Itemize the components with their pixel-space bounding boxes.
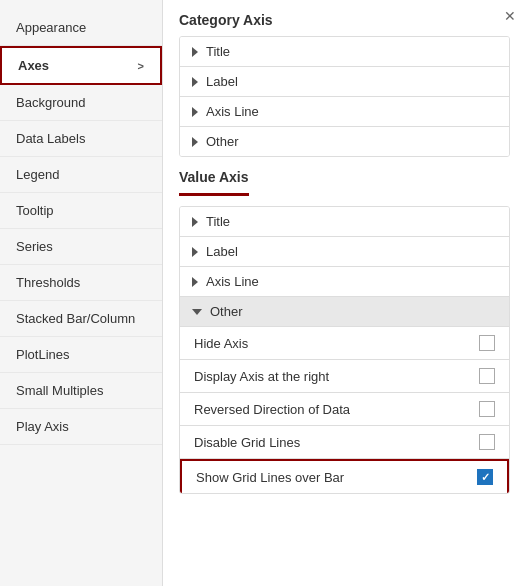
hide-axis-row: Hide Axis <box>180 327 509 360</box>
sidebar-item-label: Appearance <box>16 20 86 35</box>
expand-icon <box>192 137 198 147</box>
sidebar-item-small-multiples[interactable]: Small Multiples <box>0 373 162 409</box>
sidebar-item-tooltip[interactable]: Tooltip <box>0 193 162 229</box>
sidebar-item-label: Legend <box>16 167 59 182</box>
category-axis-label-item[interactable]: Label <box>180 67 509 97</box>
sidebar-item-legend[interactable]: Legend <box>0 157 162 193</box>
expand-icon <box>192 277 198 287</box>
sidebar-item-plotlines[interactable]: PlotLines <box>0 337 162 373</box>
item-label: Other <box>210 304 243 319</box>
sidebar-item-label: Play Axis <box>16 419 69 434</box>
item-label: Axis Line <box>206 104 259 119</box>
expand-icon <box>192 107 198 117</box>
option-label: Reversed Direction of Data <box>194 402 350 417</box>
option-label: Display Axis at the right <box>194 369 329 384</box>
close-icon[interactable]: ✕ <box>504 8 516 24</box>
sidebar: Appearance Axes > Background Data Labels… <box>0 0 163 586</box>
sidebar-item-label: Background <box>16 95 85 110</box>
item-label: Label <box>206 74 238 89</box>
value-axis-section: Value Axis Title Label Axis Line <box>179 169 510 494</box>
show-grid-over-bar-checkbox[interactable] <box>477 469 493 485</box>
disable-grid-checkbox[interactable] <box>479 434 495 450</box>
chevron-right-icon: > <box>138 60 144 72</box>
expand-icon <box>192 77 198 87</box>
main-content: Category Axis Title Label Axis Line Othe… <box>163 0 526 586</box>
expand-icon <box>192 47 198 57</box>
sidebar-item-label: Small Multiples <box>16 383 103 398</box>
category-axis-section: Category Axis Title Label Axis Line Othe… <box>179 12 510 157</box>
reversed-row: Reversed Direction of Data <box>180 393 509 426</box>
category-axis-line-item[interactable]: Axis Line <box>180 97 509 127</box>
option-label: Show Grid Lines over Bar <box>196 470 344 485</box>
sidebar-item-axes[interactable]: Axes > <box>0 46 162 85</box>
display-right-checkbox[interactable] <box>479 368 495 384</box>
show-grid-over-bar-row: Show Grid Lines over Bar <box>180 459 509 493</box>
expand-icon <box>192 247 198 257</box>
sidebar-item-label: Thresholds <box>16 275 80 290</box>
sidebar-item-series[interactable]: Series <box>0 229 162 265</box>
value-axis-group: Title Label Axis Line Other <box>179 206 510 494</box>
value-axis-other-item[interactable]: Other <box>180 297 509 327</box>
value-axis-label-item[interactable]: Label <box>180 237 509 267</box>
sidebar-item-data-labels[interactable]: Data Labels <box>0 121 162 157</box>
sidebar-item-thresholds[interactable]: Thresholds <box>0 265 162 301</box>
sidebar-item-label: Data Labels <box>16 131 85 146</box>
other-options-panel: Hide Axis Display Axis at the right Reve… <box>180 327 509 493</box>
hide-axis-checkbox[interactable] <box>479 335 495 351</box>
item-label: Label <box>206 244 238 259</box>
value-axis-divider <box>179 193 249 196</box>
item-label: Title <box>206 214 230 229</box>
item-label: Title <box>206 44 230 59</box>
category-axis-group: Title Label Axis Line Other <box>179 36 510 157</box>
sidebar-item-appearance[interactable]: Appearance <box>0 10 162 46</box>
category-axis-other-item[interactable]: Other <box>180 127 509 156</box>
sidebar-item-label: Tooltip <box>16 203 54 218</box>
option-label: Hide Axis <box>194 336 248 351</box>
category-axis-title: Category Axis <box>179 12 510 28</box>
value-axis-line-item[interactable]: Axis Line <box>180 267 509 297</box>
category-axis-title-item[interactable]: Title <box>180 37 509 67</box>
sidebar-item-background[interactable]: Background <box>0 85 162 121</box>
sidebar-item-stacked-bar[interactable]: Stacked Bar/Column <box>0 301 162 337</box>
value-axis-title: Value Axis <box>179 169 510 185</box>
item-label: Other <box>206 134 239 149</box>
item-label: Axis Line <box>206 274 259 289</box>
option-label: Disable Grid Lines <box>194 435 300 450</box>
sidebar-item-label: PlotLines <box>16 347 69 362</box>
sidebar-item-label: Stacked Bar/Column <box>16 311 135 326</box>
reversed-checkbox[interactable] <box>479 401 495 417</box>
expand-icon <box>192 217 198 227</box>
disable-grid-row: Disable Grid Lines <box>180 426 509 459</box>
value-axis-title-item[interactable]: Title <box>180 207 509 237</box>
collapse-icon <box>192 309 202 315</box>
sidebar-item-label: Series <box>16 239 53 254</box>
display-right-row: Display Axis at the right <box>180 360 509 393</box>
sidebar-item-play-axis[interactable]: Play Axis <box>0 409 162 445</box>
sidebar-item-label: Axes <box>18 58 49 73</box>
